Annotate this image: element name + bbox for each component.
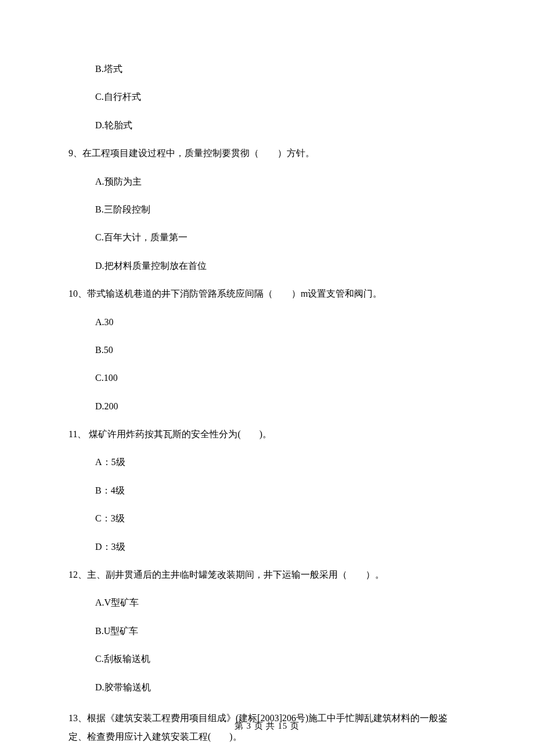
q11-option-a: A：5级 bbox=[68, 456, 466, 469]
exam-page: B.塔式 C.自行杆式 D.轮胎式 9、在工程项目建设过程中，质量控制要贯彻（ … bbox=[0, 0, 534, 756]
q10-option-c: C.100 bbox=[68, 372, 466, 384]
q12-stem: 12、主、副井贯通后的主井临时罐笼改装期间，井下运输一般采用（ ）。 bbox=[68, 568, 466, 581]
q9-option-c: C.百年大计，质量第一 bbox=[68, 231, 466, 244]
q11-option-b: B：4级 bbox=[68, 484, 466, 497]
q11-option-d: D：3级 bbox=[68, 541, 466, 553]
page-footer: 第 3 页 共 15 页 bbox=[0, 721, 534, 732]
q10-option-b: B.50 bbox=[68, 344, 466, 357]
q9-option-d: D.把材料质量控制放在首位 bbox=[68, 260, 466, 272]
q12-option-c: C.刮板输送机 bbox=[68, 653, 466, 665]
q8-option-c: C.自行杆式 bbox=[68, 91, 466, 103]
q10-option-a: A.30 bbox=[68, 316, 466, 329]
q12-option-d: D.胶带输送机 bbox=[68, 681, 466, 694]
q10-option-d: D.200 bbox=[68, 400, 466, 413]
q8-option-b: B.塔式 bbox=[68, 63, 466, 75]
q12-option-a: A.V型矿车 bbox=[68, 596, 466, 609]
q12-option-b: B.U型矿车 bbox=[68, 625, 466, 638]
q11-stem: 11、 煤矿许用炸药按其瓦斯的安全性分为( )。 bbox=[68, 428, 466, 441]
q9-option-b: B.三阶段控制 bbox=[68, 203, 466, 216]
q10-stem: 10、带式输送机巷道的井下消防管路系统应间隔（ ）m设置支管和阀门。 bbox=[68, 287, 466, 300]
q9-stem: 9、在工程项目建设过程中，质量控制要贯彻（ ）方针。 bbox=[68, 147, 466, 160]
q9-option-a: A.预防为主 bbox=[68, 175, 466, 188]
q8-option-d: D.轮胎式 bbox=[68, 119, 466, 132]
q11-option-c: C：3级 bbox=[68, 512, 466, 525]
